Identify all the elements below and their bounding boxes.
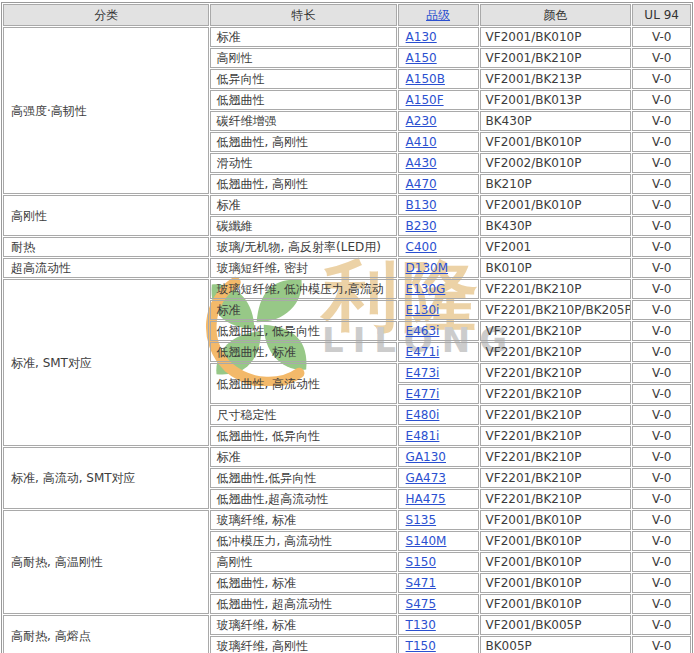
- grade-cell: T150: [398, 636, 479, 653]
- grade-link[interactable]: GA473: [406, 471, 446, 485]
- color-cell: VF2001/BK210P: [480, 48, 632, 68]
- ul94-cell: V-0: [632, 405, 691, 425]
- grade-link[interactable]: A150F: [406, 93, 444, 107]
- grade-link[interactable]: A130: [406, 30, 437, 44]
- grade-cell: T130: [398, 615, 479, 635]
- grade-link[interactable]: A410: [406, 135, 437, 149]
- color-cell: VF2001: [480, 237, 632, 257]
- grade-link[interactable]: D130M: [406, 261, 449, 275]
- ul94-cell: V-0: [632, 615, 691, 635]
- grade-link[interactable]: E130i: [406, 303, 440, 317]
- grade-link[interactable]: E481i: [406, 429, 440, 443]
- grade-link[interactable]: T150: [406, 639, 436, 653]
- ul94-cell: V-0: [632, 48, 691, 68]
- table-row: 高强度·高韧性标准A130VF2001/BK010PV-0: [3, 27, 691, 47]
- grade-cell: A430: [398, 153, 479, 173]
- ul94-cell: V-0: [632, 594, 691, 614]
- ul94-cell: V-0: [632, 342, 691, 362]
- grade-cell: B130: [398, 195, 479, 215]
- color-cell: BK430P: [480, 216, 632, 236]
- grade-link[interactable]: A150: [406, 51, 437, 65]
- feature-cell: 玻璃短纤维, 密封: [210, 258, 396, 278]
- ul94-cell: V-0: [632, 69, 691, 89]
- color-cell: VF2001/BK010P: [480, 531, 632, 551]
- grade-link[interactable]: T130: [406, 618, 436, 632]
- grade-cell: HA475: [398, 489, 479, 509]
- table-row: 标准, 高流动, SMT对应标准GA130VF2201/BK210PV-0: [3, 447, 691, 467]
- color-cell: VF2201/BK210P: [480, 321, 632, 341]
- ul94-cell: V-0: [632, 111, 691, 131]
- category-cell: 标准, SMT对应: [3, 279, 209, 446]
- grade-cell: B230: [398, 216, 479, 236]
- category-cell: 高耐热, 高温刚性: [3, 510, 209, 614]
- header-color: 颜色: [480, 4, 632, 26]
- grade-link[interactable]: E463i: [406, 324, 440, 338]
- grade-link[interactable]: HA475: [406, 492, 446, 506]
- grade-link[interactable]: E130G: [406, 282, 446, 296]
- grade-link[interactable]: B130: [406, 198, 437, 212]
- color-cell: VF2001/BK010P: [480, 510, 632, 530]
- grade-table-body: 高强度·高韧性标准A130VF2001/BK010PV-0高刚性A150VF20…: [3, 27, 691, 653]
- grade-link[interactable]: S140M: [406, 534, 447, 548]
- table-header-row: 分类 特长 品级 颜色 UL 94: [3, 4, 691, 26]
- grade-link[interactable]: E480i: [406, 408, 440, 422]
- ul94-cell: V-0: [632, 321, 691, 341]
- color-cell: VF2001/BK010P: [480, 195, 632, 215]
- grade-link[interactable]: B230: [406, 219, 437, 233]
- header-category: 分类: [3, 4, 209, 26]
- color-cell: VF2201/BK210P: [480, 279, 632, 299]
- grade-cell: S475: [398, 594, 479, 614]
- ul94-cell: V-0: [632, 237, 691, 257]
- grade-link[interactable]: A470: [406, 177, 437, 191]
- feature-cell: 碳纤维增强: [210, 111, 396, 131]
- feature-cell: 玻璃纤维, 标准: [210, 615, 396, 635]
- grade-cell: E471i: [398, 342, 479, 362]
- grade-link[interactable]: GA130: [406, 450, 446, 464]
- grade-cell: E481i: [398, 426, 479, 446]
- grade-link[interactable]: A430: [406, 156, 437, 170]
- color-cell: VF2201/BK210P/BK205P: [480, 300, 632, 320]
- grade-link[interactable]: E471i: [406, 345, 440, 359]
- ul94-cell: V-0: [632, 531, 691, 551]
- ul94-cell: V-0: [632, 195, 691, 215]
- grade-link[interactable]: S471: [406, 576, 437, 590]
- header-ul94: UL 94: [632, 4, 691, 26]
- grade-link[interactable]: A230: [406, 114, 437, 128]
- ul94-cell: V-0: [632, 636, 691, 653]
- feature-cell: 低翘曲性, 高刚性: [210, 174, 396, 194]
- color-cell: VF2001/BK013P: [480, 90, 632, 110]
- ul94-cell: V-0: [632, 174, 691, 194]
- table-row: 高耐热, 高温刚性玻璃纤维, 标准S135VF2001/BK010PV-0: [3, 510, 691, 530]
- category-cell: 高刚性: [3, 195, 209, 236]
- grade-link[interactable]: A150B: [406, 72, 445, 86]
- header-grade-link[interactable]: 品级: [426, 8, 450, 22]
- color-cell: VF2001/BK010P: [480, 27, 632, 47]
- color-cell: VF2201/BK210P: [480, 384, 632, 404]
- color-cell: VF2201/BK210P: [480, 447, 632, 467]
- color-cell: VF2001/BK010P: [480, 552, 632, 572]
- grade-cell: S135: [398, 510, 479, 530]
- ul94-cell: V-0: [632, 132, 691, 152]
- grade-link[interactable]: E477i: [406, 387, 440, 401]
- feature-cell: 碳纖維: [210, 216, 396, 236]
- color-cell: VF2201/BK210P: [480, 468, 632, 488]
- grade-cell: E130i: [398, 300, 479, 320]
- grade-link[interactable]: S135: [406, 513, 437, 527]
- color-cell: VF2001/BK010P: [480, 573, 632, 593]
- ul94-cell: V-0: [632, 573, 691, 593]
- ul94-cell: V-0: [632, 216, 691, 236]
- grade-link[interactable]: C400: [406, 240, 437, 254]
- grade-link[interactable]: S475: [406, 597, 437, 611]
- grade-cell: A150: [398, 48, 479, 68]
- ul94-cell: V-0: [632, 300, 691, 320]
- category-cell: 标准, 高流动, SMT对应: [3, 447, 209, 509]
- grade-link[interactable]: E473i: [406, 366, 440, 380]
- feature-cell: 低翘曲性, 超高流动性: [210, 594, 396, 614]
- ul94-cell: V-0: [632, 510, 691, 530]
- feature-cell: 高刚性: [210, 48, 396, 68]
- category-cell: 超高流动性: [3, 258, 209, 278]
- grade-cell: D130M: [398, 258, 479, 278]
- grade-link[interactable]: S150: [406, 555, 437, 569]
- ul94-cell: V-0: [632, 426, 691, 446]
- color-cell: VF2201/BK210P: [480, 426, 632, 446]
